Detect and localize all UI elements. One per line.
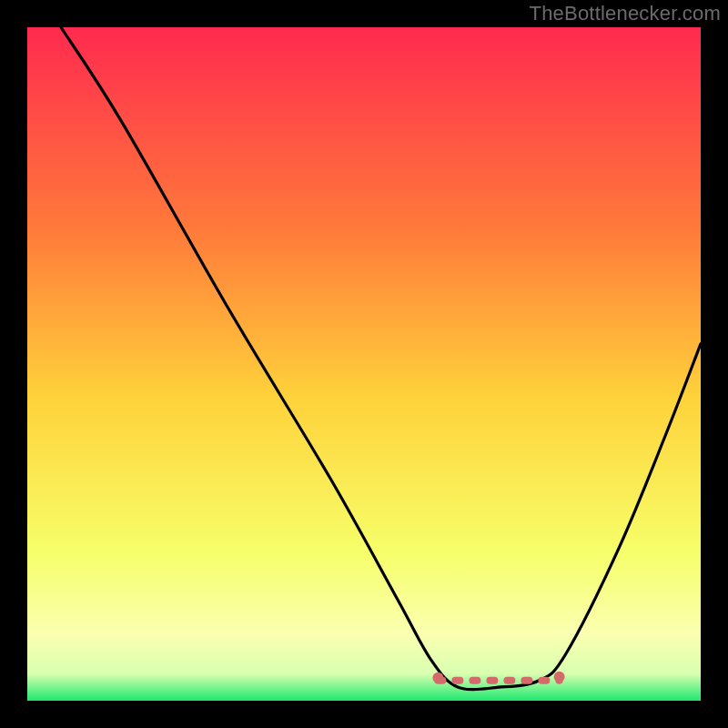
chart-frame: TheBottlenecker.com <box>0 0 728 728</box>
plot-area <box>27 27 701 701</box>
optimal-zone-endpoint-left <box>432 672 443 683</box>
attribution-label: TheBottlenecker.com <box>530 2 721 25</box>
optimal-zone-endpoint-right <box>554 672 565 682</box>
chart-svg <box>27 27 701 701</box>
gradient-background <box>27 27 701 701</box>
